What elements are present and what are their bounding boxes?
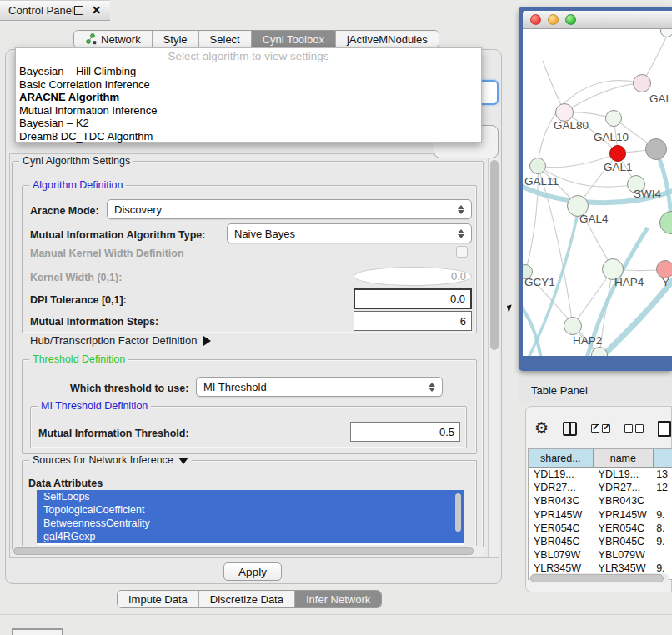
aracne-mode-label: Aracne Mode: xyxy=(30,205,99,217)
table-row[interactable]: YBR043C YBR043C xyxy=(529,494,672,508)
table-row[interactable]: YDL19... YDL19... 13 xyxy=(529,468,672,481)
network-node[interactable] xyxy=(633,74,651,92)
mi-type-combobox[interactable]: Naive Bayes xyxy=(227,223,472,243)
list-item[interactable]: TopologicalCoefficient xyxy=(37,503,464,517)
which-threshold-combobox[interactable]: MI Threshold xyxy=(196,377,443,397)
cyni-settings-group-title: Cyni Algorithm Settings xyxy=(19,155,133,167)
table-toolbar: ⚙ xyxy=(534,417,672,440)
tab-network[interactable]: Network xyxy=(74,31,153,48)
gear-icon[interactable]: ⚙ xyxy=(534,420,549,437)
column-header-shared[interactable]: shared... xyxy=(529,449,594,467)
mi-steps-label: Mutual Information Steps: xyxy=(30,316,158,328)
network-node-gal11[interactable] xyxy=(529,158,546,174)
cell: YBL079W xyxy=(529,549,594,561)
dpi-tolerance-field[interactable]: 0.0 xyxy=(354,288,472,309)
tab-impute-data-label: Impute Data xyxy=(128,593,188,606)
dpi-tolerance-label: DPI Tolerance [0,1]: xyxy=(30,294,127,306)
table-row[interactable]: YER054C YER054C 8. xyxy=(529,522,672,535)
network-icon xyxy=(85,33,97,45)
node-attribute-table: shared... name YDL19... YDL19... 13 YDR2… xyxy=(528,448,672,580)
tab-cyni-toolbox[interactable]: Cyni Toolbox xyxy=(252,31,336,48)
table-panel: ⚙ shared... name YDL19... YDL19... 13 YD… xyxy=(525,406,672,592)
table-row[interactable]: YBR045C YBR045C 9. xyxy=(529,535,672,548)
dropdown-option[interactable]: Basic Correlation Inference xyxy=(16,78,481,92)
column-header-name[interactable]: name xyxy=(594,449,654,467)
network-node-gray[interactable] xyxy=(645,138,667,160)
zoom-traffic-light-icon[interactable] xyxy=(565,14,576,25)
network-node-hap2[interactable] xyxy=(564,317,582,335)
combo-arrows-icon xyxy=(429,382,435,392)
mi-threshold-field[interactable]: 0.5 xyxy=(350,422,460,442)
list-item[interactable]: BetweennessCentrality xyxy=(37,517,464,530)
cell: 9. xyxy=(654,536,672,548)
kernel-width-label: Kernel Width (0,1): xyxy=(30,272,122,283)
threshold-definition-title: Threshold Definition xyxy=(29,353,128,365)
table-row[interactable]: YDR27... YDR27... 12 xyxy=(529,481,672,494)
control-panel-titlebar: Control Panel ✕ xyxy=(0,0,110,21)
tab-select-label: Select xyxy=(210,33,240,46)
table-horizontal-scrollbar[interactable] xyxy=(529,573,669,583)
node-label-hap4: HAP4 xyxy=(614,276,644,288)
control-panel-tabs: Network Style Select Cyni Toolbox jActiv… xyxy=(73,30,439,48)
node-label-gal4: GAL4 xyxy=(579,212,609,225)
data-attributes-list[interactable]: SelfLoops TopologicalCoefficient Between… xyxy=(37,490,464,545)
sources-group-title[interactable]: Sources for Network Inference xyxy=(29,454,192,466)
mi-threshold-label: Mutual Information Threshold: xyxy=(38,428,189,439)
table-row[interactable]: YBL079W YBL079W xyxy=(529,548,672,562)
chevron-right-icon xyxy=(203,336,211,346)
network-canvas[interactable]: GAL80 GAL10 GAL1 GAL11 SWI4 GAL4 GCY1 HA… xyxy=(523,29,672,356)
data-attributes-label: Data Attributes xyxy=(28,478,103,489)
document-icon[interactable] xyxy=(658,421,671,437)
vertical-scrollbar[interactable] xyxy=(488,155,499,557)
list-item[interactable]: SelfLoops xyxy=(37,490,464,503)
minimize-traffic-light-icon[interactable] xyxy=(548,14,559,25)
dropdown-option-highlighted[interactable]: ARACNE Algorithm xyxy=(16,91,481,104)
column-header-partial[interactable] xyxy=(654,449,672,467)
network-view-window[interactable]: GAL80 GAL10 GAL1 GAL11 SWI4 GAL4 GCY1 HA… xyxy=(519,7,672,371)
tab-style[interactable]: Style xyxy=(153,31,199,48)
table-horizontal-scrollbar-thumb[interactable] xyxy=(530,574,664,582)
list-item[interactable]: gal4RGexp xyxy=(37,530,464,543)
horizontal-scrollbar[interactable] xyxy=(12,546,485,557)
node-label-gal11: GAL11 xyxy=(524,175,559,188)
vertical-scrollbar-thumb[interactable] xyxy=(490,160,499,350)
hub-section-label: Hub/Transcription Factor Definition xyxy=(30,334,197,347)
network-node-gal1-selected[interactable] xyxy=(609,145,626,162)
mi-type-label: Mutual Information Algorithm Type: xyxy=(30,229,205,241)
mi-steps-field[interactable]: 6 xyxy=(354,311,472,331)
which-threshold-value: MI Threshold xyxy=(203,381,267,393)
cell: YPR145W xyxy=(529,509,594,521)
network-node-gal10[interactable] xyxy=(605,110,622,127)
hub-section-toggle[interactable]: Hub/Transcription Factor Definition xyxy=(30,334,211,347)
dropdown-option[interactable]: Bayesian – K2 xyxy=(16,117,481,130)
minimized-panel-icon[interactable] xyxy=(12,628,63,635)
combo-arrows-icon xyxy=(458,205,464,214)
node-label-hap2: HAP2 xyxy=(573,334,602,347)
node-label-gal80: GAL80 xyxy=(554,119,589,132)
table-row[interactable]: YPR145W YPR145W 9. xyxy=(529,508,672,522)
chevron-down-icon xyxy=(178,458,188,464)
table-panel-title: Table Panel xyxy=(531,384,588,397)
split-columns-icon[interactable] xyxy=(563,422,577,436)
tab-jactivemnodules[interactable]: jActiveMNodules xyxy=(336,31,439,48)
list-scrollbar-thumb[interactable] xyxy=(455,493,461,532)
dropdown-option[interactable]: Mutual Information Inference xyxy=(16,104,481,118)
node-label-gcy1: GCY1 xyxy=(524,276,555,288)
tab-impute-data[interactable]: Impute Data xyxy=(118,591,199,608)
aracne-mode-combobox[interactable]: Discovery xyxy=(107,199,472,219)
network-window-titlebar[interactable] xyxy=(523,11,672,29)
deselect-all-checkboxes-icon[interactable] xyxy=(624,424,644,432)
close-traffic-light-icon[interactable] xyxy=(530,14,541,25)
dropdown-option[interactable]: Dream8 DC_TDC Algorithm xyxy=(16,130,481,143)
tab-select[interactable]: Select xyxy=(199,31,252,48)
list-scrollbar[interactable] xyxy=(454,492,462,543)
tab-infer-network[interactable]: Infer Network xyxy=(295,591,381,608)
close-icon[interactable]: ✕ xyxy=(92,6,102,15)
select-all-checkboxes-icon[interactable] xyxy=(591,424,610,432)
horizontal-scrollbar-thumb[interactable] xyxy=(13,548,474,555)
apply-button[interactable]: Apply xyxy=(223,562,282,581)
cell: YDR27... xyxy=(594,482,654,493)
float-window-icon[interactable] xyxy=(74,6,83,15)
tab-discretize-data[interactable]: Discretize Data xyxy=(199,591,295,608)
dropdown-option[interactable]: Bayesian – Hill Climbing xyxy=(16,65,481,78)
